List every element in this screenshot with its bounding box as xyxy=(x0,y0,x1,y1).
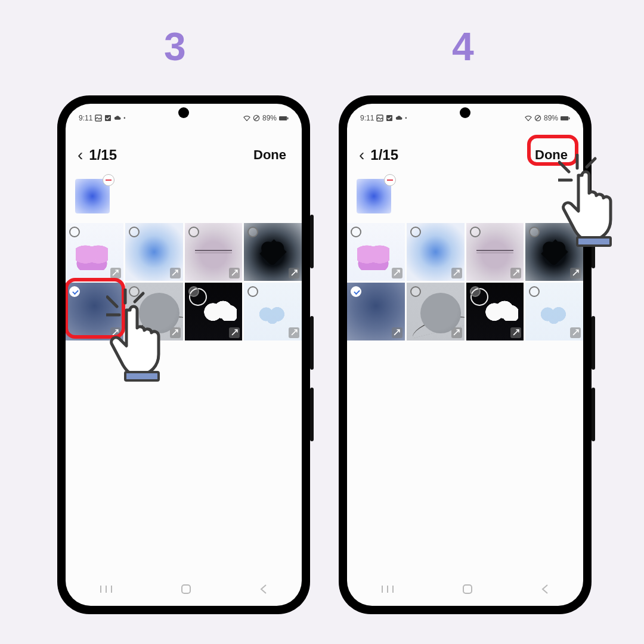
nav-back-icon[interactable] xyxy=(541,584,549,595)
expand-icon[interactable] xyxy=(570,327,581,338)
expand-icon[interactable] xyxy=(289,327,299,338)
svg-rect-1 xyxy=(105,115,111,121)
nav-back-icon[interactable] xyxy=(259,584,268,595)
svg-rect-16 xyxy=(386,115,392,121)
select-radio[interactable] xyxy=(410,227,421,237)
status-time: 9:11 xyxy=(360,114,374,122)
android-navbar xyxy=(66,577,302,601)
select-radio[interactable] xyxy=(470,227,481,237)
checkbox-icon xyxy=(386,114,393,122)
svg-line-28 xyxy=(587,159,595,167)
selected-thumb-1[interactable] xyxy=(75,179,110,213)
grid-tile-night-clouds[interactable] xyxy=(185,283,243,340)
step-label-3: 3 xyxy=(164,24,186,69)
nav-recents-icon[interactable] xyxy=(100,584,113,594)
image-grid xyxy=(347,223,583,340)
select-radio[interactable] xyxy=(470,286,481,297)
front-camera xyxy=(178,107,189,118)
cloud-icon xyxy=(395,114,402,122)
nav-home-icon[interactable] xyxy=(462,584,473,595)
grid-tile-text-heart[interactable] xyxy=(185,223,243,281)
svg-rect-4 xyxy=(279,116,287,120)
svg-rect-29 xyxy=(577,237,611,246)
cloud-icon xyxy=(114,114,121,122)
grid-tile-butterfly[interactable] xyxy=(347,223,405,281)
expand-icon[interactable] xyxy=(451,327,462,338)
phone-step-4: 9:11 • 89% xyxy=(339,95,592,614)
expand-icon[interactable] xyxy=(170,268,181,278)
select-radio[interactable] xyxy=(247,227,258,237)
remove-icon[interactable] xyxy=(103,174,114,186)
select-radio-checked[interactable] xyxy=(351,286,361,297)
select-radio[interactable] xyxy=(410,286,421,297)
gallery-icon xyxy=(95,114,102,122)
gallery-icon xyxy=(376,114,383,122)
svg-line-25 xyxy=(559,162,569,172)
svg-rect-24 xyxy=(463,585,472,593)
select-radio[interactable] xyxy=(129,227,140,237)
back-chevron-icon[interactable]: ‹ xyxy=(78,145,83,165)
grid-tile-planet[interactable] xyxy=(407,283,465,340)
svg-rect-19 xyxy=(561,116,568,120)
expand-icon[interactable] xyxy=(289,268,299,278)
select-radio[interactable] xyxy=(247,286,258,297)
app-header: ‹ 1/15 Done xyxy=(347,138,583,172)
expand-icon[interactable] xyxy=(510,327,521,338)
front-camera xyxy=(460,107,470,118)
svg-line-10 xyxy=(107,297,117,306)
wifi-icon xyxy=(243,114,250,122)
grid-tile-night-clouds[interactable] xyxy=(466,283,524,340)
status-time: 9:11 xyxy=(79,114,92,122)
select-radio[interactable] xyxy=(529,227,540,237)
expand-icon[interactable] xyxy=(229,268,240,278)
select-radio[interactable] xyxy=(351,227,361,237)
select-radio[interactable] xyxy=(69,227,80,237)
expand-icon[interactable] xyxy=(392,327,402,338)
svg-line-3 xyxy=(255,116,259,120)
selected-strip xyxy=(75,179,110,213)
no-data-icon xyxy=(534,114,541,122)
expand-icon[interactable] xyxy=(392,268,402,278)
selection-counter: 1/15 xyxy=(370,147,398,163)
back-chevron-icon[interactable]: ‹ xyxy=(359,145,364,165)
grid-tile-sky-clouds[interactable] xyxy=(525,283,583,340)
svg-rect-14 xyxy=(125,372,159,380)
grid-tile-navy-gradient[interactable] xyxy=(347,283,405,340)
battery-text: 89% xyxy=(544,114,558,122)
selected-strip xyxy=(357,179,391,213)
no-data-icon xyxy=(253,114,260,122)
expand-icon[interactable] xyxy=(451,268,462,278)
nav-home-icon[interactable] xyxy=(181,584,191,595)
selection-counter: 1/15 xyxy=(89,147,117,163)
expand-icon[interactable] xyxy=(570,268,581,278)
select-radio[interactable] xyxy=(188,227,199,237)
grid-tile-butterfly[interactable] xyxy=(66,223,123,281)
grid-tile-sky-clouds[interactable] xyxy=(244,283,302,340)
tap-hand-icon xyxy=(558,154,642,252)
done-button[interactable]: Done xyxy=(250,145,290,165)
battery-text: 89% xyxy=(262,114,277,122)
svg-rect-9 xyxy=(182,585,190,593)
expand-icon[interactable] xyxy=(510,268,521,278)
nav-recents-icon[interactable] xyxy=(381,584,394,594)
svg-line-18 xyxy=(536,116,540,120)
svg-rect-20 xyxy=(569,117,570,120)
select-radio[interactable] xyxy=(529,286,540,297)
step-label-4: 4 xyxy=(452,24,474,69)
remove-icon[interactable] xyxy=(384,174,396,186)
expand-icon[interactable] xyxy=(110,268,121,278)
select-radio[interactable] xyxy=(188,286,199,297)
expand-icon[interactable] xyxy=(229,327,240,338)
app-header: ‹ 1/15 Done xyxy=(66,138,302,172)
dot-icon: • xyxy=(405,115,407,121)
selected-thumb-1[interactable] xyxy=(357,179,391,213)
grid-tile-text-heart[interactable] xyxy=(466,223,524,281)
svg-line-13 xyxy=(135,293,143,302)
battery-icon xyxy=(561,114,570,122)
tap-hand-icon xyxy=(106,289,190,386)
select-radio-checked[interactable] xyxy=(69,286,80,297)
grid-tile-blue-heart[interactable] xyxy=(407,223,465,281)
grid-tile-dark-heart[interactable] xyxy=(244,223,302,281)
grid-tile-blue-heart[interactable] xyxy=(125,223,183,281)
android-navbar xyxy=(347,577,583,601)
